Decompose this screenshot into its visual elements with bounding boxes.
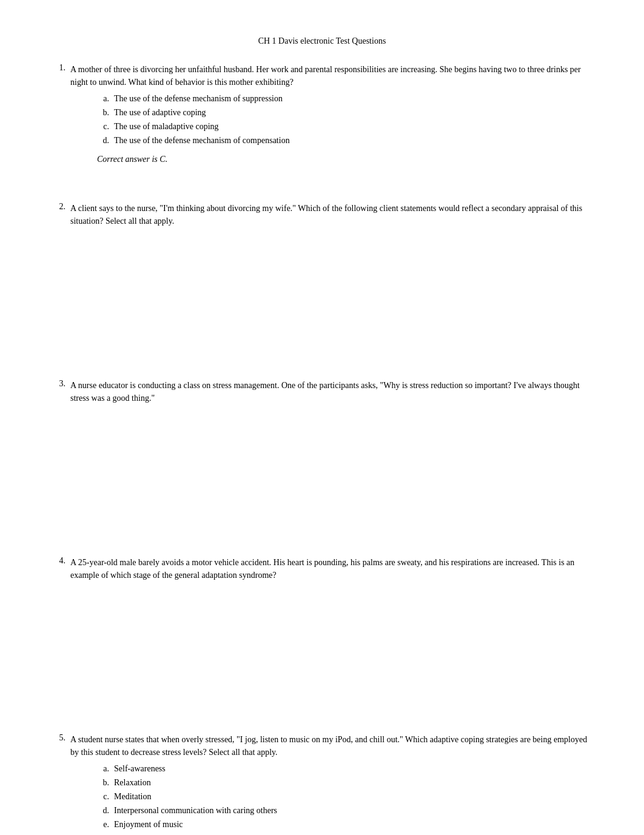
question-5-answer-4-letter: d. xyxy=(97,804,114,817)
question-5-answer-5: e.Enjoyment of music xyxy=(97,818,595,831)
question-5-answer-5-letter: e. xyxy=(97,818,114,831)
question-4-text: A 25-year-old male barely avoids a motor… xyxy=(70,556,595,582)
question-5-answer-4: d.Interpersonal communication with carin… xyxy=(97,804,595,817)
question-5-answer-3: c.Meditation xyxy=(97,790,595,803)
question-5-text: A student nurse states that when overly … xyxy=(70,733,595,759)
question-1-answer-4-text: The use of the defense mechanism of comp… xyxy=(114,134,595,147)
question-1-answer-2: b.The use of adaptive coping xyxy=(97,106,595,119)
question-1-spacer xyxy=(49,169,595,187)
page-title: CH 1 Davis electronic Test Questions xyxy=(49,36,595,46)
question-5-answer-2-letter: b. xyxy=(97,776,114,789)
question-5-answer-1-text: Self-awareness xyxy=(114,762,595,775)
question-1-number: 1. xyxy=(49,63,70,73)
question-3-text: A nurse educator is conducting a class o… xyxy=(70,379,595,404)
question-5-answer-2-text: Relaxation xyxy=(114,776,595,789)
question-1-answer-list: a.The use of the defense mechanism of su… xyxy=(97,92,595,147)
question-5-answer-4-text: Interpersonal communication with caring … xyxy=(114,804,595,817)
question-5-answer-list: a.Self-awarenessb.Relaxationc.Meditation… xyxy=(97,762,595,831)
question-5-answer-3-text: Meditation xyxy=(114,790,595,803)
question-4-number: 4. xyxy=(49,556,70,566)
question-1-answer-3-letter: c. xyxy=(97,120,114,133)
question-2-spacer xyxy=(49,231,595,364)
question-2-block: 2.A client says to the nurse, "I'm think… xyxy=(49,202,595,364)
question-4-spacer xyxy=(49,585,595,719)
question-1-answer-1-letter: a. xyxy=(97,92,114,105)
question-5-number: 5. xyxy=(49,733,70,743)
question-3-block: 3.A nurse educator is conducting a class… xyxy=(49,379,595,542)
question-1-answer-1: a.The use of the defense mechanism of su… xyxy=(97,92,595,105)
question-3-spacer xyxy=(49,408,595,542)
question-1-answer-2-letter: b. xyxy=(97,106,114,119)
question-1-answer-2-text: The use of adaptive coping xyxy=(114,106,595,119)
question-5-answer-5-text: Enjoyment of music xyxy=(114,818,595,831)
question-5-answer-2: b.Relaxation xyxy=(97,776,595,789)
question-1-answer-1-text: The use of the defense mechanism of supp… xyxy=(114,92,595,105)
question-5-block: 5.A student nurse states that when overl… xyxy=(49,733,595,831)
question-3-number: 3. xyxy=(49,379,70,389)
question-1-block: 1.A mother of three is divorcing her unf… xyxy=(49,63,595,187)
question-5-answer-1-letter: a. xyxy=(97,762,114,775)
question-5-answer-1: a.Self-awareness xyxy=(97,762,595,775)
question-1-text: A mother of three is divorcing her unfai… xyxy=(70,63,595,89)
question-5-answer-3-letter: c. xyxy=(97,790,114,803)
question-1-answer-3: c.The use of maladaptive coping xyxy=(97,120,595,133)
question-4-block: 4.A 25-year-old male barely avoids a mot… xyxy=(49,556,595,719)
question-1-answer-4-letter: d. xyxy=(97,134,114,147)
question-1-answer-4: d.The use of the defense mechanism of co… xyxy=(97,134,595,147)
question-1-correct-answer: Correct answer is C. xyxy=(97,153,595,166)
question-2-number: 2. xyxy=(49,202,70,212)
question-2-text: A client says to the nurse, "I'm thinkin… xyxy=(70,202,595,227)
question-1-answer-3-text: The use of maladaptive coping xyxy=(114,120,595,133)
